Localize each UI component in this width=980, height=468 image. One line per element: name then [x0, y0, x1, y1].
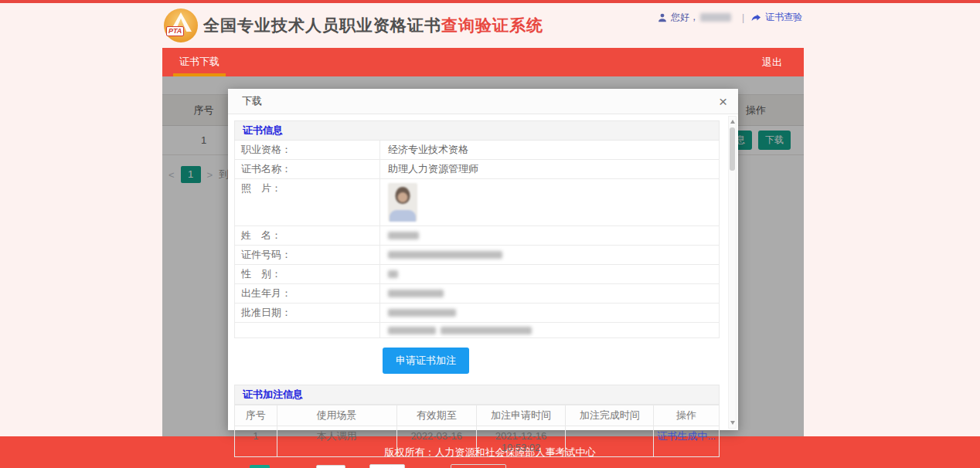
page-title-accent: 查询验证系统 [441, 16, 543, 34]
user-icon [657, 12, 668, 23]
anno-apply-time: 2021-12-16 10:53:02 [476, 426, 566, 457]
field-row-id-number: 证件号码： [235, 246, 719, 265]
anno-valid-until: 2022-03-16 [396, 426, 476, 457]
field-row-extra [235, 323, 719, 338]
pta-logo-icon: PTA [164, 8, 198, 42]
redacted-extra-2 [441, 327, 532, 334]
main-nav: 证书下载 退出 [162, 48, 804, 76]
field-label [235, 323, 380, 337]
anno-complete-time [566, 426, 654, 457]
field-row-cert-name: 证书名称： 助理人力资源管理师 [235, 160, 719, 179]
redacted-gender [388, 270, 398, 278]
goto-page-input[interactable] [316, 465, 345, 468]
field-row-name: 姓 名： [235, 226, 719, 246]
page-size-select[interactable]: 5条/页 [451, 464, 506, 468]
current-page-button[interactable]: 1 [250, 465, 270, 468]
field-row-approve-date: 批准日期： [235, 304, 719, 323]
download-modal: 下载 × 证书信息 职业资格： 经济专业技术资格 证书名称： 助理人力资源管理师… [228, 89, 738, 430]
brand: PTA 全国专业技术人员职业资格证书查询验证系统 [164, 8, 543, 42]
field-label: 批准日期： [235, 304, 380, 322]
anno-col-complete: 加注完成时间 [566, 405, 654, 426]
redacted-approve-date [388, 309, 456, 317]
field-row-photo: 照 片： [235, 179, 719, 226]
redacted-extra-1 [388, 327, 436, 334]
annotation-section-title: 证书加注信息 [234, 385, 720, 405]
cert-verify-link[interactable]: 证书查验 [765, 11, 802, 24]
id-photo [388, 183, 417, 222]
anno-scene: 本人调用 [277, 426, 396, 457]
username-redacted [700, 13, 731, 22]
modal-scrollbar[interactable] [728, 116, 737, 429]
close-icon[interactable]: × [719, 94, 727, 109]
cert-info-table: 职业资格： 经济专业技术资格 证书名称： 助理人力资源管理师 照 片： 姓 名： [234, 141, 720, 338]
field-row-qualification: 职业资格： 经济专业技术资格 [235, 141, 719, 160]
apply-annotation-button[interactable]: 申请证书加注 [383, 348, 469, 374]
field-label: 性 别： [235, 265, 380, 283]
anno-col-scene: 使用场景 [277, 405, 396, 426]
share-arrow-icon [750, 12, 762, 23]
logout-button[interactable]: 退出 [762, 48, 782, 76]
field-label: 姓 名： [235, 226, 380, 245]
logo-pta-text: PTA [166, 26, 184, 36]
nav-tab-cert-download[interactable]: 证书下载 [173, 48, 226, 76]
scroll-down-icon[interactable] [730, 421, 735, 425]
anno-col-apply: 加注申请时间 [476, 405, 566, 426]
modal-pagination: < 1 > 到第 页 确定 共 1 条 5条/页 [234, 457, 720, 468]
field-row-birth: 出生年月： [235, 284, 719, 304]
modal-title: 下载 [242, 94, 262, 108]
anno-index: 1 [235, 426, 277, 457]
cert-generating-link[interactable]: 证书生成中... [657, 430, 716, 442]
anno-col-action: 操作 [654, 405, 720, 426]
field-label: 证书名称： [235, 160, 380, 178]
field-label: 职业资格： [235, 141, 380, 159]
field-value: 经济专业技术资格 [380, 141, 719, 159]
cert-info-section-title: 证书信息 [234, 120, 720, 141]
field-value: 助理人力资源管理师 [380, 160, 719, 178]
page-title: 全国专业技术人员职业资格证书查询验证系统 [203, 15, 543, 36]
field-label: 证件号码： [235, 246, 380, 264]
scroll-up-icon[interactable] [730, 120, 735, 124]
scrollbar-thumb[interactable] [730, 127, 735, 171]
annotation-row: 1 本人调用 2022-03-16 2021-12-16 10:53:02 证书… [235, 426, 720, 457]
field-row-gender: 性 别： [235, 265, 719, 284]
annotation-table: 序号 使用场景 有效期至 加注申请时间 加注完成时间 操作 1 本人调用 202… [234, 405, 720, 457]
topbar-separator: | [742, 12, 744, 23]
redacted-id-number [388, 251, 502, 259]
anno-col-valid: 有效期至 [396, 405, 476, 426]
page-title-main: 全国专业技术人员职业资格证书 [203, 16, 441, 34]
confirm-page-button[interactable]: 确定 [369, 464, 405, 468]
greeting-text: 您好， [671, 11, 699, 24]
anno-col-index: 序号 [235, 405, 277, 426]
field-label: 出生年月： [235, 284, 380, 303]
field-label: 照 片： [235, 179, 380, 226]
redacted-name [388, 232, 419, 239]
redacted-birth-date [388, 290, 444, 297]
